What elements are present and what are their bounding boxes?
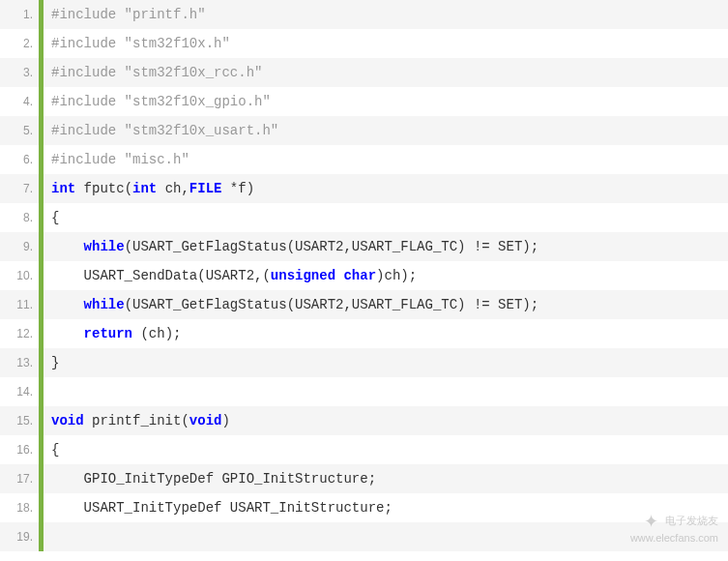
line-content: USART_SendData(USART2,(unsigned char)ch)…	[51, 261, 728, 290]
code-line: 3.#include "stm32f10x_rcc.h"	[0, 58, 728, 87]
code-token: int	[132, 181, 157, 196]
code-line: 10. USART_SendData(USART2,(unsigned char…	[0, 261, 728, 290]
code-token: unsigned	[271, 268, 335, 283]
line-marker	[39, 406, 44, 435]
line-number: 15.	[0, 406, 39, 435]
line-content: while(USART_GetFlagStatus(USART2,USART_F…	[51, 232, 728, 261]
code-token: (ch);	[132, 326, 181, 341]
line-content: #include "printf.h"	[51, 0, 728, 29]
code-line: 7.int fputc(int ch,FILE *f)	[0, 174, 728, 203]
line-marker	[39, 116, 44, 145]
line-marker	[39, 261, 44, 290]
line-number: 4.	[0, 87, 39, 116]
code-token: }	[51, 355, 59, 370]
line-marker	[39, 522, 44, 551]
code-token: #include "stm32f10x_gpio.h"	[51, 94, 271, 109]
code-token	[335, 268, 343, 283]
line-number: 9.	[0, 232, 39, 261]
line-content: #include "stm32f10x_rcc.h"	[51, 58, 728, 87]
line-content: void printf_init(void)	[51, 406, 728, 435]
code-line: 5.#include "stm32f10x_usart.h"	[0, 116, 728, 145]
watermark-url: www.elecfans.com	[630, 532, 718, 544]
watermark-logo-icon: ✦	[644, 511, 658, 532]
line-marker	[39, 232, 44, 261]
code-token	[51, 529, 59, 545]
line-marker	[39, 464, 44, 493]
code-token: printf_init(	[84, 413, 189, 428]
code-token: FILE	[189, 181, 222, 196]
code-token: fputc(	[75, 181, 132, 196]
code-token: char	[343, 268, 376, 283]
line-number: 2.	[0, 29, 39, 58]
code-token: )ch);	[376, 268, 417, 283]
line-number: 10.	[0, 261, 39, 290]
code-block: 1.#include "printf.h"2.#include "stm32f1…	[0, 0, 728, 551]
line-marker	[39, 348, 44, 377]
line-number: 11.	[0, 290, 39, 319]
line-number: 6.	[0, 145, 39, 174]
line-marker	[39, 0, 44, 29]
code-token: {	[51, 442, 59, 458]
code-token	[51, 239, 84, 254]
line-marker	[39, 377, 44, 406]
code-token: #include "stm32f10x_rcc.h"	[51, 65, 262, 80]
code-token	[51, 297, 84, 312]
code-line: 15.void printf_init(void)	[0, 406, 728, 435]
line-number: 7.	[0, 174, 39, 203]
code-line: 9. while(USART_GetFlagStatus(USART2,USAR…	[0, 232, 728, 261]
line-number: 19.	[0, 522, 39, 551]
code-line: 12. return (ch);	[0, 319, 728, 348]
code-line: 8.{	[0, 203, 728, 232]
line-marker	[39, 145, 44, 174]
line-number: 14.	[0, 377, 39, 406]
code-token: ch,	[157, 181, 189, 196]
code-token: void	[189, 413, 222, 428]
line-content: return (ch);	[51, 319, 728, 348]
watermark-brand: 电子发烧友	[665, 515, 718, 526]
code-token: *f)	[221, 181, 254, 196]
code-line: 17. GPIO_InitTypeDef GPIO_InitStructure;	[0, 464, 728, 493]
line-number: 1.	[0, 0, 39, 29]
line-content	[51, 377, 728, 406]
code-token: return	[84, 326, 132, 341]
line-content: {	[51, 203, 728, 232]
line-content: #include "stm32f10x_gpio.h"	[51, 87, 728, 116]
code-token: #include "printf.h"	[51, 7, 206, 22]
line-marker	[39, 290, 44, 319]
code-line: 18. USART_InitTypeDef USART_InitStructur…	[0, 493, 728, 522]
code-line: 13.}	[0, 348, 728, 377]
line-marker	[39, 493, 44, 522]
line-content: }	[51, 348, 728, 377]
code-token: USART_InitTypeDef USART_InitStructure;	[51, 500, 393, 516]
line-content: #include "stm32f10x_usart.h"	[51, 116, 728, 145]
line-number: 3.	[0, 58, 39, 87]
code-token: while	[84, 239, 125, 254]
line-number: 13.	[0, 348, 39, 377]
watermark: ✦ 电子发烧友 www.elecfans.com	[630, 511, 718, 544]
line-number: 17.	[0, 464, 39, 493]
line-content: {	[51, 435, 728, 464]
line-content: #include "misc.h"	[51, 145, 728, 174]
code-token: (USART_GetFlagStatus(USART2,USART_FLAG_T…	[125, 239, 539, 254]
code-token: GPIO_InitTypeDef GPIO_InitStructure;	[51, 471, 376, 487]
code-line: 19.	[0, 522, 728, 551]
code-line: 16.{	[0, 435, 728, 464]
code-token: )	[221, 413, 229, 428]
code-token: #include "stm32f10x_usart.h"	[51, 123, 278, 138]
code-line: 1.#include "printf.h"	[0, 0, 728, 29]
line-marker	[39, 203, 44, 232]
line-content: GPIO_InitTypeDef GPIO_InitStructure;	[51, 464, 728, 493]
line-content: #include "stm32f10x.h"	[51, 29, 728, 58]
code-line: 14.	[0, 377, 728, 406]
line-marker	[39, 29, 44, 58]
line-content: USART_InitTypeDef USART_InitStructure;	[51, 493, 728, 522]
code-line: 6.#include "misc.h"	[0, 145, 728, 174]
line-marker	[39, 87, 44, 116]
line-number: 12.	[0, 319, 39, 348]
line-marker	[39, 58, 44, 87]
line-content	[51, 522, 728, 551]
line-content: int fputc(int ch,FILE *f)	[51, 174, 728, 203]
code-token: {	[51, 210, 59, 225]
code-line: 4.#include "stm32f10x_gpio.h"	[0, 87, 728, 116]
line-number: 8.	[0, 203, 39, 232]
